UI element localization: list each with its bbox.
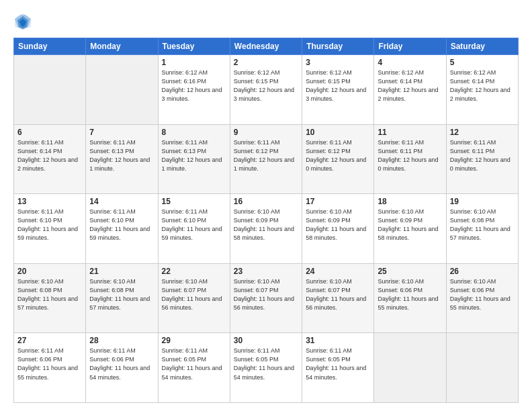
calendar-cell (446, 333, 518, 403)
day-info: Sunrise: 6:10 AM Sunset: 6:07 PM Dayligh… (162, 277, 226, 312)
day-number: 20 (17, 267, 82, 276)
day-info: Sunrise: 6:12 AM Sunset: 6:16 PM Dayligh… (162, 68, 226, 103)
day-number: 2 (234, 58, 298, 67)
day-number: 29 (162, 336, 226, 345)
calendar-cell: 25Sunrise: 6:10 AM Sunset: 6:06 PM Dayli… (374, 263, 446, 333)
calendar-cell: 5Sunrise: 6:12 AM Sunset: 6:14 PM Daylig… (446, 55, 518, 125)
day-info: Sunrise: 6:11 AM Sunset: 6:06 PM Dayligh… (89, 347, 154, 381)
day-info: Sunrise: 6:10 AM Sunset: 6:09 PM Dayligh… (378, 208, 442, 242)
day-info: Sunrise: 6:12 AM Sunset: 6:14 PM Dayligh… (450, 68, 515, 103)
calendar-cell: 20Sunrise: 6:10 AM Sunset: 6:08 PM Dayli… (14, 263, 86, 333)
calendar-cell: 16Sunrise: 6:10 AM Sunset: 6:09 PM Dayli… (230, 194, 302, 264)
day-number: 21 (89, 267, 154, 276)
calendar-cell: 29Sunrise: 6:11 AM Sunset: 6:05 PM Dayli… (158, 333, 230, 403)
calendar-cell: 18Sunrise: 6:10 AM Sunset: 6:09 PM Dayli… (374, 194, 446, 264)
calendar-week-5: 27Sunrise: 6:11 AM Sunset: 6:06 PM Dayli… (14, 333, 519, 403)
weekday-header-monday: Monday (86, 38, 158, 55)
day-info: Sunrise: 6:11 AM Sunset: 6:13 PM Dayligh… (89, 138, 154, 173)
calendar-cell: 12Sunrise: 6:11 AM Sunset: 6:11 PM Dayli… (446, 124, 518, 194)
day-number: 1 (162, 58, 226, 67)
weekday-header-wednesday: Wednesday (230, 38, 302, 55)
day-info: Sunrise: 6:12 AM Sunset: 6:14 PM Dayligh… (378, 68, 442, 103)
day-number: 14 (89, 197, 154, 206)
calendar-cell: 19Sunrise: 6:10 AM Sunset: 6:08 PM Dayli… (446, 194, 518, 264)
day-info: Sunrise: 6:10 AM Sunset: 6:08 PM Dayligh… (17, 277, 82, 312)
calendar-week-3: 13Sunrise: 6:11 AM Sunset: 6:10 PM Dayli… (14, 194, 519, 264)
calendar-cell: 23Sunrise: 6:10 AM Sunset: 6:07 PM Dayli… (230, 263, 302, 333)
day-number: 30 (234, 336, 298, 345)
day-info: Sunrise: 6:11 AM Sunset: 6:12 PM Dayligh… (306, 138, 370, 173)
day-number: 25 (378, 267, 442, 276)
weekday-header-tuesday: Tuesday (158, 38, 230, 55)
day-number: 3 (306, 58, 370, 67)
calendar-cell: 11Sunrise: 6:11 AM Sunset: 6:11 PM Dayli… (374, 124, 446, 194)
day-info: Sunrise: 6:11 AM Sunset: 6:06 PM Dayligh… (17, 347, 82, 381)
day-info: Sunrise: 6:11 AM Sunset: 6:10 PM Dayligh… (89, 208, 154, 242)
calendar-cell: 27Sunrise: 6:11 AM Sunset: 6:06 PM Dayli… (14, 333, 86, 403)
day-number: 9 (234, 128, 298, 137)
calendar-cell: 7Sunrise: 6:11 AM Sunset: 6:13 PM Daylig… (86, 124, 158, 194)
calendar-cell: 3Sunrise: 6:12 AM Sunset: 6:15 PM Daylig… (302, 55, 374, 125)
calendar-cell: 9Sunrise: 6:11 AM Sunset: 6:12 PM Daylig… (230, 124, 302, 194)
day-info: Sunrise: 6:11 AM Sunset: 6:11 PM Dayligh… (378, 138, 442, 173)
day-number: 5 (450, 58, 515, 67)
day-info: Sunrise: 6:11 AM Sunset: 6:12 PM Dayligh… (234, 138, 298, 173)
calendar-week-1: 1Sunrise: 6:12 AM Sunset: 6:16 PM Daylig… (14, 55, 519, 125)
day-info: Sunrise: 6:12 AM Sunset: 6:15 PM Dayligh… (306, 68, 370, 103)
day-number: 27 (17, 336, 82, 345)
day-info: Sunrise: 6:11 AM Sunset: 6:11 PM Dayligh… (450, 138, 515, 173)
day-info: Sunrise: 6:11 AM Sunset: 6:05 PM Dayligh… (162, 347, 226, 381)
day-number: 15 (162, 197, 226, 206)
calendar-cell: 28Sunrise: 6:11 AM Sunset: 6:06 PM Dayli… (86, 333, 158, 403)
day-number: 19 (450, 197, 515, 206)
day-info: Sunrise: 6:11 AM Sunset: 6:05 PM Dayligh… (306, 347, 370, 381)
logo-icon (13, 12, 32, 31)
calendar-cell (86, 55, 158, 125)
weekday-header-saturday: Saturday (446, 38, 518, 55)
calendar-cell: 1Sunrise: 6:12 AM Sunset: 6:16 PM Daylig… (158, 55, 230, 125)
day-number: 11 (378, 128, 442, 137)
calendar-cell: 6Sunrise: 6:11 AM Sunset: 6:14 PM Daylig… (14, 124, 86, 194)
day-number: 31 (306, 336, 370, 345)
calendar-cell: 22Sunrise: 6:10 AM Sunset: 6:07 PM Dayli… (158, 263, 230, 333)
day-number: 17 (306, 197, 370, 206)
day-info: Sunrise: 6:10 AM Sunset: 6:07 PM Dayligh… (234, 277, 298, 312)
calendar-header-row: SundayMondayTuesdayWednesdayThursdayFrid… (14, 38, 519, 55)
calendar-cell: 2Sunrise: 6:12 AM Sunset: 6:15 PM Daylig… (230, 55, 302, 125)
day-number: 6 (17, 128, 82, 137)
weekday-header-thursday: Thursday (302, 38, 374, 55)
calendar-cell: 14Sunrise: 6:11 AM Sunset: 6:10 PM Dayli… (86, 194, 158, 264)
day-number: 10 (306, 128, 370, 137)
calendar-cell: 8Sunrise: 6:11 AM Sunset: 6:13 PM Daylig… (158, 124, 230, 194)
day-info: Sunrise: 6:12 AM Sunset: 6:15 PM Dayligh… (234, 68, 298, 103)
calendar-cell: 24Sunrise: 6:10 AM Sunset: 6:07 PM Dayli… (302, 263, 374, 333)
day-number: 18 (378, 197, 442, 206)
day-info: Sunrise: 6:10 AM Sunset: 6:06 PM Dayligh… (378, 277, 442, 312)
day-number: 7 (89, 128, 154, 137)
day-number: 13 (17, 197, 82, 206)
calendar-cell: 10Sunrise: 6:11 AM Sunset: 6:12 PM Dayli… (302, 124, 374, 194)
day-number: 4 (378, 58, 442, 67)
day-number: 8 (162, 128, 226, 137)
day-number: 16 (234, 197, 298, 206)
day-info: Sunrise: 6:10 AM Sunset: 6:09 PM Dayligh… (306, 208, 370, 242)
day-number: 22 (162, 267, 226, 276)
calendar-cell: 21Sunrise: 6:10 AM Sunset: 6:08 PM Dayli… (86, 263, 158, 333)
page: SundayMondayTuesdayWednesdayThursdayFrid… (0, 0, 532, 411)
calendar-cell: 17Sunrise: 6:10 AM Sunset: 6:09 PM Dayli… (302, 194, 374, 264)
day-info: Sunrise: 6:11 AM Sunset: 6:05 PM Dayligh… (234, 347, 298, 381)
day-number: 24 (306, 267, 370, 276)
day-info: Sunrise: 6:11 AM Sunset: 6:10 PM Dayligh… (162, 208, 226, 242)
calendar-cell: 15Sunrise: 6:11 AM Sunset: 6:10 PM Dayli… (158, 194, 230, 264)
day-info: Sunrise: 6:11 AM Sunset: 6:13 PM Dayligh… (162, 138, 226, 173)
day-info: Sunrise: 6:10 AM Sunset: 6:06 PM Dayligh… (450, 277, 515, 312)
day-info: Sunrise: 6:10 AM Sunset: 6:09 PM Dayligh… (234, 208, 298, 242)
calendar-cell: 13Sunrise: 6:11 AM Sunset: 6:10 PM Dayli… (14, 194, 86, 264)
day-info: Sunrise: 6:10 AM Sunset: 6:08 PM Dayligh… (450, 208, 515, 242)
day-number: 26 (450, 267, 515, 276)
day-info: Sunrise: 6:11 AM Sunset: 6:10 PM Dayligh… (17, 208, 82, 242)
calendar-week-2: 6Sunrise: 6:11 AM Sunset: 6:14 PM Daylig… (14, 124, 519, 194)
calendar-cell: 26Sunrise: 6:10 AM Sunset: 6:06 PM Dayli… (446, 263, 518, 333)
day-number: 23 (234, 267, 298, 276)
weekday-header-sunday: Sunday (14, 38, 86, 55)
